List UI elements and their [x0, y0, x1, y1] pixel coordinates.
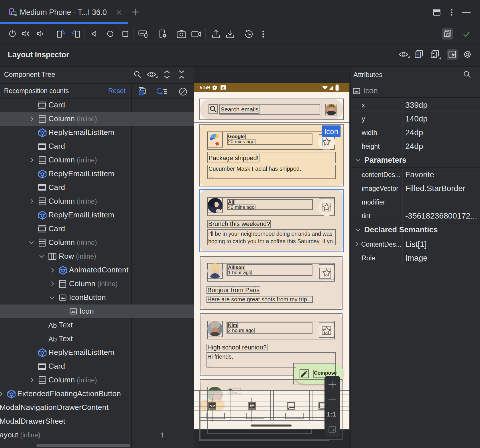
svg-text:A: A [222, 86, 224, 89]
